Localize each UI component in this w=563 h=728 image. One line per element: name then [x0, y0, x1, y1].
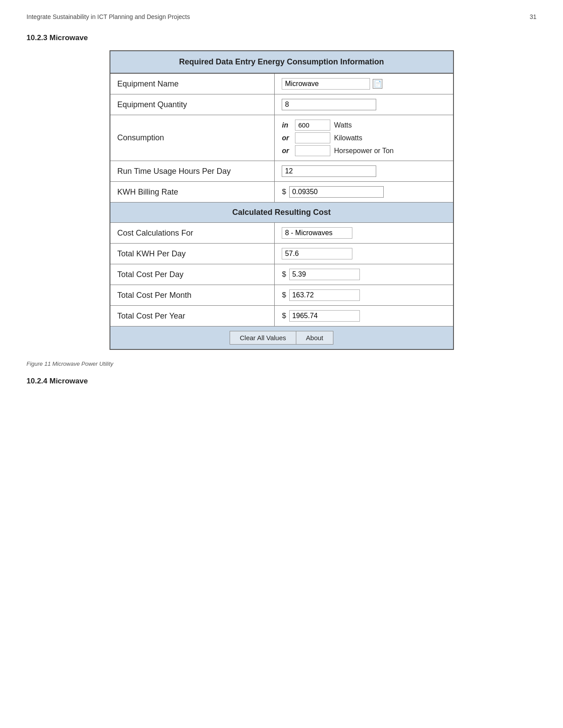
- runtime-label: Run Time Usage Hours Per Day: [110, 161, 275, 182]
- total-cost-day-input[interactable]: [289, 269, 360, 280]
- consumption-row: Consumption in Watts or Kilowatts or: [110, 115, 453, 161]
- cost-calc-cell: [275, 223, 453, 244]
- runtime-cell: [275, 161, 453, 182]
- total-cost-year-row: Total Cost Per Year $: [110, 306, 453, 326]
- equipment-name-label: Equipment Name: [110, 74, 275, 94]
- total-cost-month-dollar: $: [282, 291, 286, 299]
- equipment-name-input[interactable]: [282, 78, 370, 90]
- consumption-row-kw: or Kilowatts: [282, 132, 446, 143]
- total-kwh-label: Total KWH Per Day: [110, 244, 275, 264]
- consumption-cell: in Watts or Kilowatts or Horsepower or T…: [275, 115, 453, 161]
- total-cost-day-dollar: $: [282, 270, 286, 278]
- results-divider: Calculated Resulting Cost: [110, 203, 453, 223]
- runtime-row: Run Time Usage Hours Per Day: [110, 161, 453, 182]
- kwh-label: KWH Billing Rate: [110, 182, 275, 203]
- app-title: Required Data Entry Energy Consumption I…: [110, 51, 453, 74]
- equipment-name-cell: 📄: [275, 74, 453, 94]
- consumption-or2-label: or: [282, 147, 291, 155]
- app-container: Required Data Entry Energy Consumption I…: [110, 50, 454, 350]
- total-cost-month-row: Total Cost Per Month $: [110, 285, 453, 306]
- file-icon[interactable]: 📄: [373, 79, 382, 89]
- consumption-watts-unit: Watts: [334, 121, 351, 129]
- equipment-qty-input[interactable]: [282, 99, 376, 110]
- consumption-kw-input[interactable]: [295, 132, 330, 143]
- page-number: 31: [529, 13, 537, 20]
- total-cost-year-dollar: $: [282, 311, 286, 320]
- total-cost-day-label: Total Cost Per Day: [110, 264, 275, 285]
- button-row: Clear All Values About: [110, 326, 453, 349]
- total-kwh-row: Total KWH Per Day: [110, 244, 453, 264]
- equipment-qty-cell: [275, 94, 453, 115]
- section-heading-1: 10.2.3 Microwave: [26, 34, 537, 42]
- page-header: Integrate Sustainability in ICT Planning…: [26, 13, 537, 20]
- kwh-cell: $: [275, 182, 453, 203]
- about-button[interactable]: About: [296, 331, 333, 345]
- equipment-name-wrapper: 📄: [282, 78, 446, 90]
- figure-caption: Figure 11 Microwave Power Utility: [26, 360, 537, 367]
- total-kwh-cell: [275, 244, 453, 264]
- total-cost-month-label: Total Cost Per Month: [110, 285, 275, 306]
- total-cost-month-cell: $: [275, 285, 453, 306]
- total-cost-day-cell: $: [275, 264, 453, 285]
- kwh-dollar: $: [282, 188, 286, 196]
- runtime-input[interactable]: [282, 165, 376, 177]
- kwh-row: KWH Billing Rate $: [110, 182, 453, 203]
- consumption-grid: in Watts or Kilowatts or Horsepower or T…: [282, 120, 446, 156]
- consumption-kw-unit: Kilowatts: [334, 134, 362, 142]
- consumption-label: Consumption: [110, 115, 275, 161]
- clear-button[interactable]: Clear All Values: [230, 331, 296, 345]
- section-heading-2: 10.2.4 Microwave: [26, 377, 537, 386]
- consumption-row-watts: in Watts: [282, 120, 446, 131]
- total-cost-year-cell: $: [275, 306, 453, 326]
- cost-calc-label: Cost Calculations For: [110, 223, 275, 244]
- consumption-in-label: in: [282, 121, 291, 129]
- cost-calc-input[interactable]: [282, 227, 352, 239]
- total-cost-day-row: Total Cost Per Day $: [110, 264, 453, 285]
- header-text: Integrate Sustainability in ICT Planning…: [26, 13, 190, 20]
- total-cost-month-input[interactable]: [289, 289, 360, 301]
- equipment-name-row: Equipment Name 📄: [110, 74, 453, 94]
- data-table: Equipment Name 📄 Equipment Quantity Cons…: [110, 74, 453, 326]
- total-kwh-input[interactable]: [282, 248, 352, 259]
- results-title: Calculated Resulting Cost: [110, 203, 453, 223]
- equipment-qty-label: Equipment Quantity: [110, 94, 275, 115]
- total-cost-year-input[interactable]: [289, 310, 360, 322]
- consumption-row-hp: or Horsepower or Ton: [282, 145, 446, 156]
- consumption-watts-input[interactable]: [295, 120, 330, 131]
- consumption-hp-input[interactable]: [295, 145, 330, 156]
- kwh-input[interactable]: [289, 186, 384, 198]
- equipment-qty-row: Equipment Quantity: [110, 94, 453, 115]
- consumption-hp-unit: Horsepower or Ton: [334, 147, 393, 155]
- consumption-or1-label: or: [282, 134, 291, 142]
- cost-calc-row: Cost Calculations For: [110, 223, 453, 244]
- total-cost-year-label: Total Cost Per Year: [110, 306, 275, 326]
